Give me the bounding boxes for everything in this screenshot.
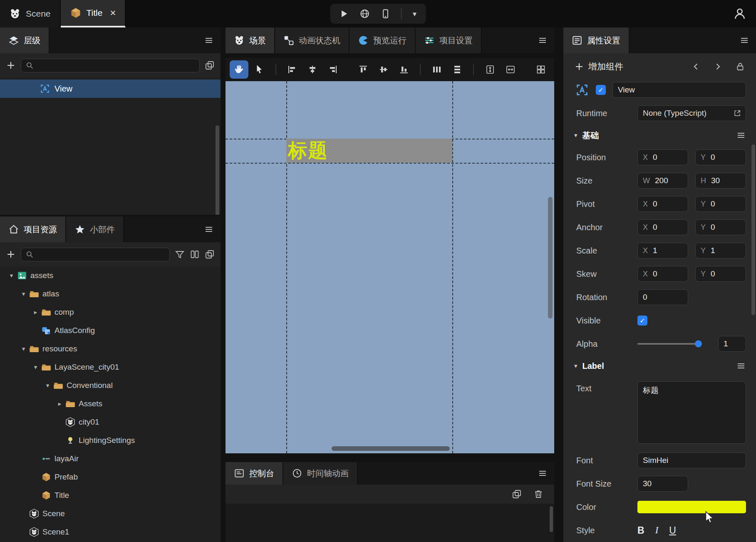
runtime-input[interactable]: None (TypeScript) (637, 105, 746, 121)
align-left-button[interactable] (283, 60, 302, 79)
align-bottom-button[interactable] (394, 60, 413, 79)
chevron-right-icon[interactable]: ▸ (30, 308, 41, 316)
scale-y-input[interactable]: Y 1 (695, 243, 746, 259)
chevron-down-icon[interactable]: ▾ (6, 272, 17, 279)
position-y-input[interactable]: Y 0 (695, 149, 746, 165)
label-section-header[interactable]: ▾ Label (563, 356, 756, 376)
pivot-x-input[interactable]: X 0 (637, 196, 688, 212)
select-tool-button[interactable] (250, 60, 269, 79)
distribute-vertical-button[interactable] (448, 60, 466, 79)
basic-section-header[interactable]: ▾ 基础 (563, 125, 756, 146)
visible-checkbox[interactable]: ✓ (637, 316, 647, 326)
tree-item[interactable]: Title (0, 486, 221, 505)
duplicate-icon[interactable] (205, 249, 215, 259)
section-menu-icon[interactable] (736, 130, 746, 140)
skew-y-input[interactable]: Y 0 (695, 266, 746, 282)
console-scrollbar[interactable] (550, 506, 553, 532)
nav-forward-icon[interactable] (713, 62, 723, 72)
alpha-slider[interactable] (637, 343, 701, 345)
panel-menu-icon[interactable] (204, 35, 214, 45)
add-node-icon[interactable] (6, 60, 16, 70)
tab-timeline-animation[interactable]: 时间轴动画 (283, 462, 358, 485)
add-asset-icon[interactable] (6, 249, 16, 259)
tree-item[interactable]: ▾ assets (0, 266, 221, 285)
columns-layout-icon[interactable] (190, 249, 200, 259)
panel-menu-icon[interactable] (538, 35, 548, 45)
trash-icon[interactable] (533, 489, 543, 499)
chevron-down-icon[interactable]: ▾ (574, 362, 578, 370)
copy-log-icon[interactable] (512, 489, 522, 499)
anchor-x-input[interactable]: X 0 (637, 219, 688, 235)
tab-project-assets[interactable]: 项目资源 (0, 216, 66, 242)
reference-picker-icon[interactable] (733, 109, 741, 117)
stretch-height-button[interactable] (481, 60, 499, 79)
chevron-down-icon[interactable]: ▾ (42, 382, 53, 389)
search-text-field[interactable] (37, 250, 165, 259)
globe-icon[interactable] (359, 8, 370, 19)
duplicate-icon[interactable] (205, 60, 215, 70)
tab-scene-view[interactable]: 场景 (226, 27, 275, 53)
size-height-input[interactable]: H 30 (695, 173, 746, 189)
chevron-down-icon[interactable]: ▾ (18, 345, 29, 353)
tree-item[interactable]: Scene1 (0, 523, 221, 541)
italic-button[interactable]: I (655, 525, 659, 536)
add-component-button[interactable]: 增加组件 (574, 61, 623, 72)
align-middle-button[interactable] (374, 60, 393, 79)
assets-search-input[interactable] (21, 248, 170, 261)
window-tab-title[interactable]: Title × (61, 0, 126, 27)
align-top-button[interactable] (354, 60, 373, 79)
align-center-horizontal-button[interactable] (303, 60, 322, 79)
stretch-width-button[interactable] (501, 60, 520, 79)
canvas-horizontal-scrollbar[interactable] (332, 446, 450, 451)
distribute-horizontal-button[interactable] (427, 60, 446, 79)
nav-back-icon[interactable] (691, 62, 701, 72)
skew-x-input[interactable]: X 0 (637, 266, 688, 282)
panel-menu-icon[interactable] (739, 35, 749, 45)
alpha-slider-knob[interactable] (695, 341, 702, 348)
tree-item[interactable]: ▸ comp (0, 303, 221, 321)
bold-button[interactable]: B (637, 525, 644, 536)
tab-preview-run[interactable]: 预览运行 (349, 27, 416, 53)
hierarchy-scrollbar[interactable] (216, 125, 219, 215)
anchor-y-input[interactable]: Y 0 (695, 219, 746, 235)
color-swatch[interactable] (637, 501, 746, 513)
layout-grid-button[interactable] (531, 60, 550, 79)
panel-menu-icon[interactable] (204, 224, 214, 234)
scene-canvas[interactable]: 标题 (226, 81, 554, 453)
chevron-right-icon[interactable]: ▸ (54, 400, 65, 408)
alpha-value-input[interactable]: 1 (718, 336, 746, 352)
tree-item[interactable]: LightingSettings (0, 431, 221, 450)
scale-x-input[interactable]: X 1 (637, 243, 688, 259)
font-size-input[interactable]: 30 (637, 476, 688, 492)
chevron-down-icon[interactable]: ▾ (30, 363, 41, 371)
window-tab-scene[interactable]: Scene (0, 0, 61, 27)
tab-project-settings[interactable]: 项目设置 (416, 27, 482, 53)
size-width-input[interactable]: W 200 (637, 173, 688, 189)
mobile-icon[interactable] (380, 8, 391, 19)
tree-item[interactable]: ▾ Conventional (0, 376, 221, 395)
pivot-y-input[interactable]: Y 0 (695, 196, 746, 212)
tab-properties[interactable]: 属性设置 (563, 27, 630, 53)
window-scrollbar[interactable] (751, 144, 755, 315)
tab-console[interactable]: 控制台 (226, 462, 283, 485)
account-button[interactable] (733, 7, 747, 23)
tree-item[interactable]: layaAir (0, 450, 221, 468)
panel-menu-icon[interactable] (538, 468, 548, 478)
tree-item[interactable]: ▾ atlas (0, 285, 221, 303)
hierarchy-search-input[interactable] (21, 59, 200, 72)
hierarchy-item-view[interactable]: View (0, 80, 221, 98)
canvas-vertical-scrollbar[interactable] (548, 197, 553, 318)
chevron-down-icon[interactable]: ▼ (411, 10, 418, 17)
chevron-down-icon[interactable]: ▾ (574, 132, 578, 139)
tab-animation-state-machine[interactable]: 动画状态机 (275, 27, 349, 53)
play-icon[interactable] (338, 8, 349, 19)
font-input[interactable] (637, 452, 746, 468)
component-enabled-checkbox[interactable]: ✓ (596, 85, 606, 95)
tree-item[interactable]: city01 (0, 413, 221, 431)
hand-tool-button[interactable] (230, 60, 248, 79)
tree-item[interactable]: ▸ Assets (0, 395, 221, 413)
search-text-field[interactable] (37, 61, 195, 70)
section-menu-icon[interactable] (736, 361, 746, 371)
tree-item[interactable]: ▾ resources (0, 340, 221, 358)
tree-item[interactable]: AtlasConfig (0, 321, 221, 340)
